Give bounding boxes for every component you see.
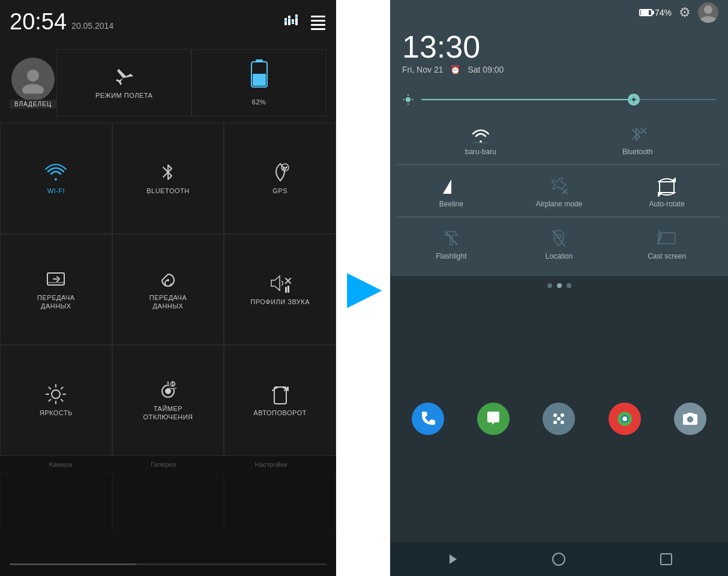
svg-point-63 — [553, 421, 557, 424]
nav-bar — [390, 542, 728, 576]
bottom-tile-3 — [224, 473, 336, 533]
tile-data-transfer-1-label: ПЕРЕДАЧА ДАННЫХ — [37, 293, 75, 311]
bottom-label-gallery: Галерея — [151, 461, 176, 468]
right-time: 13:30 — [402, 31, 716, 62]
qs-tile-flashlight[interactable]: Flashlight — [397, 220, 505, 269]
gps-icon — [269, 161, 291, 183]
user-name-badge: ВЛАДЕЛЕЦ — [10, 100, 56, 109]
bottom-tile-2 — [112, 473, 224, 533]
tile-sound-profiles-label: ПРОФИЛИ ЗВУКА — [250, 298, 310, 306]
svg-point-14 — [22, 84, 44, 94]
tile-data-transfer-1[interactable]: ПЕРЕДАЧА ДАННЫХ — [0, 234, 112, 345]
battery-level — [641, 10, 649, 15]
svg-point-60 — [657, 242, 660, 245]
qs-tile-cast-screen[interactable]: Cast screen — [613, 220, 721, 269]
equalizer-icon[interactable] — [283, 13, 300, 30]
left-bottom: Камера Галерея Настройки — [0, 456, 336, 576]
tile-sleep-timer-label: ТАЙМЕР ОТКЛЮЧЕНИЯ — [143, 404, 193, 422]
brightness-icon — [45, 383, 67, 405]
arrow-section: ▶ — [336, 0, 390, 576]
app-chrome[interactable] — [609, 403, 641, 435]
svg-rect-5 — [284, 20, 287, 22]
svg-point-71 — [688, 418, 692, 421]
tile-brightness[interactable]: ЯРКОСТЬ — [0, 345, 112, 456]
svg-rect-22 — [287, 286, 289, 293]
nav-recents-icon[interactable] — [659, 552, 673, 566]
left-time: 20:54 — [10, 10, 67, 33]
app-phone[interactable] — [412, 403, 444, 435]
tile-wifi-label: WI-FI — [47, 187, 65, 195]
qs-tile-wifi[interactable]: baru-baru — [402, 115, 559, 164]
qs-location-label: Location — [546, 252, 573, 260]
bottom-tile-1 — [0, 473, 112, 533]
brightness-row — [390, 84, 728, 110]
qs-tile-bluetooth[interactable]: Bluetooth — [559, 115, 717, 164]
right-panel: 74% ⚙ 13:30 Fri, Nov 21 ⏰ Sat 09:00 — [390, 0, 728, 576]
svg-point-69 — [622, 416, 627, 421]
settings-icon[interactable]: ⚙ — [679, 5, 691, 20]
brightness-min-icon — [402, 94, 414, 106]
tile-auto-rotate[interactable]: АВТОПОВОРОТ — [224, 345, 336, 456]
bluetooth-icon — [157, 161, 179, 183]
tile-data-transfer-2[interactable]: ПЕРЕДАЧА ДАННЫХ — [112, 234, 224, 345]
right-time-section: 13:30 Fri, Nov 21 ⏰ Sat 09:00 — [390, 25, 728, 84]
svg-rect-12 — [311, 28, 325, 30]
tile-flight-mode[interactable]: РЕЖИМ ПОЛЕТА — [56, 49, 191, 116]
battery-indicator: 74% — [639, 8, 672, 17]
svg-point-65 — [557, 417, 561, 421]
svg-point-20 — [167, 279, 169, 281]
sound-profiles-icon — [268, 272, 293, 294]
qs-tile-beeline[interactable]: Beeline — [397, 167, 505, 217]
left-scrollbar[interactable] — [10, 563, 326, 565]
left-date: 20.05.2014 — [71, 21, 113, 33]
tile-bluetooth[interactable]: BLUETOOTH — [112, 122, 224, 233]
svg-rect-73 — [661, 554, 672, 565]
tile-sleep-timer[interactable]: ТАЙМЕР ОТКЛЮЧЕНИЯ — [112, 345, 224, 456]
tile-gps-label: GPS — [272, 187, 287, 195]
app-launcher[interactable] — [543, 403, 575, 435]
auto-rotate-icon — [269, 383, 291, 405]
nav-back-icon[interactable] — [445, 552, 459, 566]
tile-gps[interactable]: GPS — [224, 122, 336, 233]
avatar — [11, 58, 55, 101]
left-bottom-labels: Камера Галерея Настройки — [0, 456, 336, 473]
svg-rect-21 — [285, 287, 287, 293]
tile-battery-label: 62% — [252, 98, 266, 106]
right-date: Fri, Nov 21 — [402, 65, 443, 74]
right-arrow: ▶ — [347, 263, 379, 313]
svg-rect-9 — [311, 16, 325, 17]
svg-line-56 — [445, 232, 457, 245]
app-camera[interactable] — [674, 403, 706, 435]
tile-battery[interactable]: 62% — [191, 49, 326, 116]
app-hangouts[interactable] — [477, 403, 510, 435]
time-row: 20:54 20.05.2014 — [10, 10, 113, 33]
battery-outline-icon — [639, 9, 652, 16]
svg-rect-10 — [311, 20, 325, 22]
qs-wifi-label: baru-baru — [465, 148, 496, 156]
alarm-icon: ⏰ — [450, 65, 460, 74]
dot-2 — [557, 283, 562, 288]
quick-tiles-grid: WI-FI BLUETOOTH GPS ПЕРЕДАЧА ДАННЫХ — [0, 122, 336, 456]
left-bottom-tiles — [0, 473, 336, 533]
svg-point-72 — [553, 553, 565, 565]
data-transfer-1-icon — [45, 268, 67, 290]
svg-point-61 — [553, 413, 557, 417]
tile-wifi[interactable]: WI-FI — [0, 122, 112, 233]
brightness-slider[interactable] — [421, 99, 716, 100]
qs-wifi-icon — [470, 124, 492, 145]
qs-airplane-icon — [548, 176, 570, 197]
tile-sound-profiles[interactable]: ПРОФИЛИ ЗВУКА — [224, 234, 336, 345]
nav-home-icon[interactable] — [552, 552, 566, 566]
qs-tile-airplane[interactable]: Airplane mode — [505, 167, 613, 217]
svg-rect-7 — [292, 22, 294, 23]
svg-rect-17 — [253, 74, 266, 86]
qs-tile-auto-rotate[interactable]: Auto-rotate — [613, 167, 721, 217]
svg-point-64 — [561, 421, 564, 424]
qs-beeline-label: Beeline — [439, 200, 463, 208]
svg-point-38 — [704, 5, 712, 14]
list-icon[interactable] — [310, 13, 326, 30]
svg-rect-1 — [288, 16, 290, 25]
qs-tile-location[interactable]: Location — [505, 220, 613, 269]
svg-line-29 — [61, 400, 63, 401]
user-avatar-small[interactable] — [698, 2, 718, 23]
